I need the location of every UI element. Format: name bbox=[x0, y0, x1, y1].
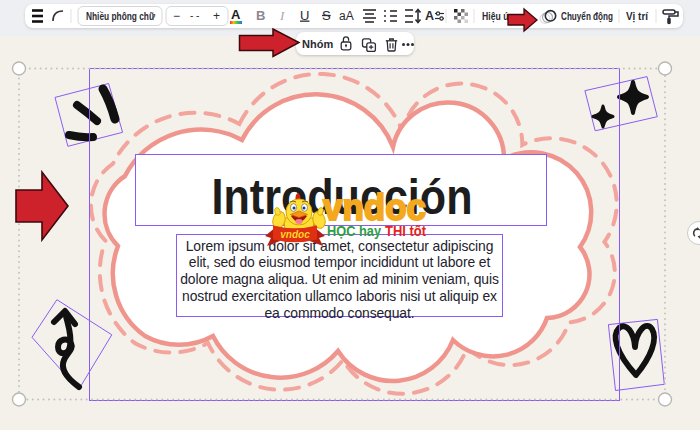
svg-text:Nhiều phông chữ: Nhiều phông chữ bbox=[86, 10, 155, 22]
svg-text:aA: aA bbox=[339, 9, 354, 23]
svg-text:vndoc: vndoc bbox=[280, 229, 310, 240]
svg-text:B: B bbox=[256, 8, 265, 23]
svg-text:- -: - - bbox=[190, 10, 199, 21]
svg-text:Vị trí: Vị trí bbox=[626, 10, 649, 23]
svg-text:+: + bbox=[213, 9, 220, 23]
svg-text:A: A bbox=[231, 7, 241, 22]
svg-text:HỌC hay: HỌC hay bbox=[327, 222, 382, 239]
svg-text:−: − bbox=[173, 9, 180, 23]
svg-text:THI tốt: THI tốt bbox=[385, 222, 426, 239]
svg-text:Chuyển động: Chuyển động bbox=[561, 10, 613, 23]
svg-text:Nhóm: Nhóm bbox=[302, 37, 333, 49]
svg-text:S: S bbox=[322, 8, 331, 23]
svg-text:I: I bbox=[279, 8, 285, 23]
svg-text:A: A bbox=[425, 9, 434, 23]
svg-text:U: U bbox=[300, 8, 309, 23]
